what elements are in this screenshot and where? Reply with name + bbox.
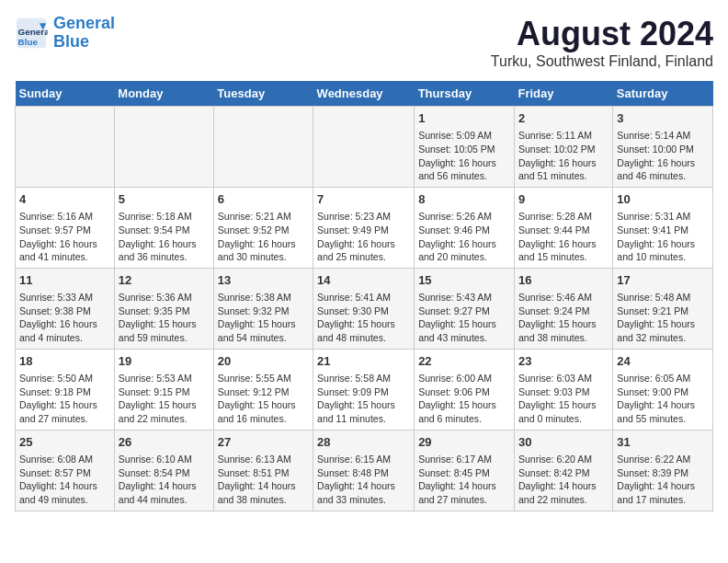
day-cell: 9Sunrise: 5:28 AMSunset: 9:44 PMDaylight… [514,187,612,268]
day-info: and 59 minutes. [119,331,210,345]
day-number: 2 [518,110,609,127]
day-info: Sunset: 9:30 PM [317,304,410,318]
day-number: 19 [119,353,210,370]
day-info: Sunrise: 5:55 AM [218,372,309,385]
day-info: Sunset: 8:57 PM [19,466,110,480]
day-info: Sunrise: 6:08 AM [19,453,110,466]
day-info: Sunset: 10:02 PM [518,143,609,156]
day-number: 7 [317,191,410,208]
day-info: and 54 minutes. [218,331,309,345]
day-cell: 26Sunrise: 6:10 AMSunset: 8:54 PMDayligh… [114,430,213,511]
day-cell: 28Sunrise: 6:15 AMSunset: 8:48 PMDayligh… [313,430,415,511]
day-info: Sunrise: 5:21 AM [218,210,309,224]
day-number: 5 [119,191,210,208]
day-info: and 11 minutes. [317,412,410,426]
day-number: 11 [19,272,110,289]
day-info: and 55 minutes. [617,412,709,426]
day-info: and 25 minutes. [317,250,410,264]
day-info: Sunset: 9:57 PM [19,224,110,237]
day-info: and 4 minutes. [19,331,110,345]
logo-icon: General Blue [15,17,48,50]
day-info: Sunset: 10:05 PM [418,143,510,156]
day-info: and 41 minutes. [19,250,110,264]
day-number: 22 [418,353,510,370]
day-info: Sunrise: 5:53 AM [119,372,210,385]
day-number: 25 [19,434,110,451]
day-info: Sunset: 8:45 PM [418,466,510,480]
day-info: Sunrise: 6:15 AM [317,453,410,466]
day-number: 3 [617,110,709,127]
day-info: Sunset: 9:09 PM [317,385,410,399]
day-info: Sunrise: 6:20 AM [518,453,609,466]
day-number: 23 [518,353,609,370]
day-info: Sunrise: 5:11 AM [518,129,609,143]
day-info: Daylight: 16 hours [617,237,709,251]
day-cell: 10Sunrise: 5:31 AMSunset: 9:41 PMDayligh… [613,187,713,268]
day-info: Daylight: 15 hours [119,398,210,412]
day-number: 9 [518,191,609,208]
day-number: 14 [317,272,410,289]
day-info: Daylight: 15 hours [518,317,609,331]
weekday-header-saturday: Saturday [613,81,713,107]
day-cell: 8Sunrise: 5:26 AMSunset: 9:46 PMDaylight… [415,187,515,268]
day-cell: 27Sunrise: 6:13 AMSunset: 8:51 PMDayligh… [213,430,313,511]
week-row-2: 4Sunrise: 5:16 AMSunset: 9:57 PMDaylight… [16,187,713,268]
weekday-header-friday: Friday [514,81,612,107]
day-info: Sunset: 10:00 PM [617,143,709,156]
day-info: Sunrise: 6:17 AM [418,453,510,466]
day-info: Daylight: 15 hours [218,398,309,412]
day-cell: 17Sunrise: 5:48 AMSunset: 9:21 PMDayligh… [613,268,713,349]
day-info: and 27 minutes. [418,493,510,507]
day-cell: 31Sunrise: 6:22 AMSunset: 8:39 PMDayligh… [613,430,713,511]
day-info: Sunset: 9:24 PM [518,304,609,318]
day-info: Sunset: 9:06 PM [418,385,510,399]
day-info: and 22 minutes. [119,412,210,426]
logo-line2: Blue [53,32,89,51]
day-cell: 16Sunrise: 5:46 AMSunset: 9:24 PMDayligh… [514,268,612,349]
day-info: Daylight: 16 hours [617,156,709,170]
day-number: 20 [218,353,309,370]
day-info: Sunset: 8:51 PM [218,466,309,480]
day-info: and 27 minutes. [19,412,110,426]
day-info: and 43 minutes. [418,331,510,345]
day-info: Daylight: 14 hours [518,479,609,493]
day-number: 6 [218,191,309,208]
header: General Blue General Blue August 2024 Tu… [15,15,713,70]
day-info: Sunrise: 6:05 AM [617,372,709,385]
day-info: Sunrise: 6:22 AM [617,453,709,466]
day-info: Daylight: 14 hours [19,479,110,493]
day-info: Sunset: 9:03 PM [518,385,609,399]
day-cell: 23Sunrise: 6:03 AMSunset: 9:03 PMDayligh… [514,349,612,430]
day-cell: 4Sunrise: 5:16 AMSunset: 9:57 PMDaylight… [16,187,115,268]
day-info: Sunrise: 5:28 AM [518,210,609,224]
day-number: 21 [317,353,410,370]
day-info: Sunrise: 5:33 AM [19,291,110,304]
day-info: Sunrise: 5:38 AM [218,291,309,304]
day-info: Sunrise: 5:09 AM [418,129,510,143]
day-info: Daylight: 16 hours [317,237,410,251]
day-info: Sunset: 8:54 PM [119,466,210,480]
weekday-header-row: SundayMondayTuesdayWednesdayThursdayFrid… [16,81,713,107]
day-info: Daylight: 14 hours [617,479,709,493]
day-info: and 30 minutes. [218,250,309,264]
day-info: Daylight: 15 hours [19,398,110,412]
day-info: Sunset: 9:35 PM [119,304,210,318]
day-info: Sunrise: 5:46 AM [518,291,609,304]
week-row-5: 25Sunrise: 6:08 AMSunset: 8:57 PMDayligh… [16,430,713,511]
day-info: Sunset: 9:27 PM [418,304,510,318]
calendar-body: 1Sunrise: 5:09 AMSunset: 10:05 PMDayligh… [16,107,713,511]
logo-text: General Blue [53,15,115,52]
day-number: 13 [218,272,309,289]
day-info: and 32 minutes. [617,331,709,345]
day-cell [313,107,415,188]
day-info: Sunset: 9:32 PM [218,304,309,318]
title-area: August 2024 Turku, Southwest Finland, Fi… [491,15,713,70]
day-info: Sunset: 9:52 PM [218,224,309,237]
day-info: and 48 minutes. [317,331,410,345]
day-cell: 20Sunrise: 5:55 AMSunset: 9:12 PMDayligh… [213,349,313,430]
day-info: Daylight: 16 hours [418,156,510,170]
day-info: Daylight: 14 hours [617,398,709,412]
day-info: Daylight: 16 hours [19,237,110,251]
day-cell [213,107,313,188]
day-info: and 51 minutes. [518,169,609,183]
